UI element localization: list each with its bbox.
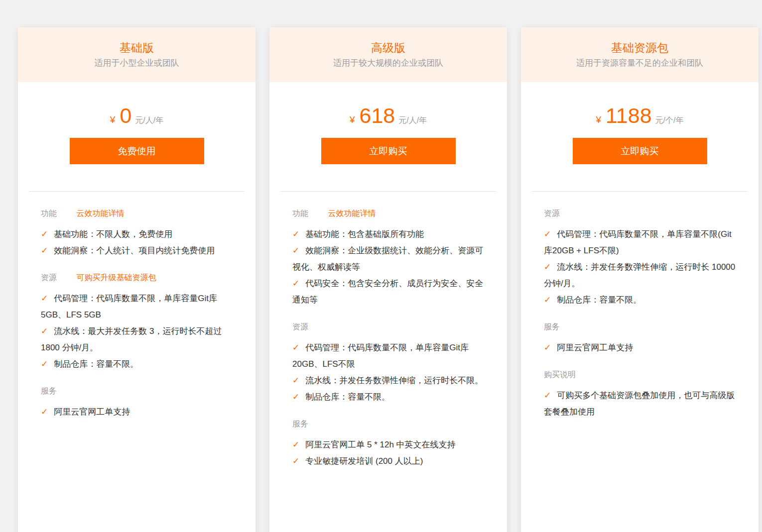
price-value: 1188: [606, 105, 651, 126]
section-head: 功能 云效功能详情: [292, 208, 484, 219]
price-value: 0: [120, 105, 131, 126]
check-icon: ✓: [292, 456, 299, 466]
feature-text: 效能洞察：企业级数据统计、效能分析、资源可视化、权威解读等: [292, 246, 483, 272]
plan-title: 基础资源包: [611, 41, 668, 55]
divider: [280, 191, 496, 192]
feature-text: 流水线：最大并发任务数 3，运行时长不超过 1800 分钟/月。: [41, 326, 222, 352]
cta-button[interactable]: 立即购买: [321, 138, 456, 164]
feature-text: 代码管理：代码库数量不限，单库容量不限(Git库20GB + LFS不限): [544, 229, 732, 255]
feature-list: ✓基础功能：包含基础版所有功能 ✓效能洞察：企业级数据统计、效能分析、资源可视化…: [292, 226, 484, 308]
section-link[interactable]: 云效功能详情: [76, 209, 124, 217]
feature-item: ✓代码管理：代码库数量不限，单库容量Git库20GB、LFS不限: [292, 339, 484, 372]
feature-item: ✓流水线：并发任务数弹性伸缩，运行时长 10000 分钟/月。: [544, 259, 736, 292]
section-label: 功能: [292, 209, 308, 217]
feature-text: 代码管理：代码库数量不限，单库容量Git库5GB、LFS 5GB: [41, 294, 217, 319]
card-header: 高级版 适用于较大规模的企业或团队: [269, 27, 507, 82]
card-sections: 功能 云效功能详情 ✓基础功能：不限人数，免费使用 ✓效能洞察：个人统计、项目内…: [41, 208, 233, 420]
price-unit: 元/人/年: [135, 115, 163, 126]
feature-text: 可购买多个基础资源包叠加使用，也可与高级版套餐叠加使用: [544, 391, 735, 417]
feature-text: 基础功能：不限人数，免费使用: [54, 229, 172, 239]
feature-text: 阿里云官网工单支持: [557, 343, 633, 352]
pricing-cards: 基础版 适用于小型企业或团队 ¥ 0 元/人/年 免费使用 功能 云效功能详情 …: [0, 0, 762, 532]
plan-title: 基础版: [120, 41, 154, 55]
feature-text: 效能洞察：个人统计、项目内统计免费使用: [54, 246, 215, 255]
feature-list: ✓代码管理：代码库数量不限，单库容量Git库20GB、LFS不限 ✓流水线：并发…: [292, 339, 484, 405]
feature-item: ✓效能洞察：企业级数据统计、效能分析、资源可视化、权威解读等: [292, 242, 484, 275]
feature-item: ✓代码管理：代码库数量不限，单库容量Git库5GB、LFS 5GB: [41, 290, 233, 323]
feature-text: 流水线：并发任务数弹性伸缩，运行时长不限。: [305, 376, 483, 385]
section-head: 服务: [544, 321, 736, 332]
pricing-card: 基础资源包 适用于资源容量不足的企业和团队 ¥ 1188 元/个/年 立即购买 …: [521, 27, 759, 532]
price-unit: 元/人/年: [398, 115, 427, 126]
feature-text: 基础功能：包含基础版所有功能: [305, 229, 424, 239]
feature-text: 制品仓库：容量不限。: [305, 392, 390, 402]
section-link[interactable]: 可购买升级基础资源包: [76, 273, 156, 282]
feature-section: 资源 可购买升级基础资源包 ✓代码管理：代码库数量不限，单库容量Git库5GB、…: [41, 272, 233, 372]
section-head: 资源: [544, 208, 736, 219]
check-icon: ✓: [544, 391, 551, 400]
check-icon: ✓: [41, 407, 48, 417]
card-sections: 功能 云效功能详情 ✓基础功能：包含基础版所有功能 ✓效能洞察：企业级数据统计、…: [292, 208, 484, 469]
feature-section: 服务 ✓阿里云官网工单支持: [41, 386, 233, 420]
feature-list: ✓阿里云官网工单 5 * 12h 中英文在线支持 ✓专业敏捷研发培训 (200 …: [292, 436, 484, 469]
feature-text: 制品仓库：容量不限。: [54, 359, 138, 369]
feature-section: 服务 ✓阿里云官网工单 5 * 12h 中英文在线支持 ✓专业敏捷研发培训 (2…: [292, 419, 484, 469]
card-sections: 资源 ✓代码管理：代码库数量不限，单库容量不限(Git库20GB + LFS不限…: [544, 208, 736, 420]
feature-item: ✓制品仓库：容量不限。: [41, 356, 233, 372]
feature-item: ✓阿里云官网工单支持: [544, 339, 736, 356]
check-icon: ✓: [41, 359, 48, 369]
feature-item: ✓可购买多个基础资源包叠加使用，也可与高级版套餐叠加使用: [544, 387, 736, 420]
feature-section: 服务 ✓阿里云官网工单支持: [544, 321, 736, 356]
feature-list: ✓阿里云官网工单支持: [544, 339, 736, 356]
currency-symbol: ¥: [110, 114, 116, 125]
feature-item: ✓制品仓库：容量不限。: [544, 292, 736, 308]
feature-text: 代码管理：代码库数量不限，单库容量Git库20GB、LFS不限: [292, 343, 469, 369]
section-label: 资源: [544, 209, 560, 217]
feature-section: 功能 云效功能详情 ✓基础功能：包含基础版所有功能 ✓效能洞察：企业级数据统计、…: [292, 208, 484, 308]
check-icon: ✓: [292, 229, 299, 239]
plan-subtitle: 适用于小型企业或团队: [95, 57, 179, 69]
check-icon: ✓: [292, 376, 299, 385]
divider: [29, 191, 245, 192]
feature-section: 资源 ✓代码管理：代码库数量不限，单库容量不限(Git库20GB + LFS不限…: [544, 208, 736, 308]
check-icon: ✓: [41, 326, 48, 336]
pricing-card: 高级版 适用于较大规模的企业或团队 ¥ 618 元/人/年 立即购买 功能 云效…: [269, 27, 507, 532]
cta-button[interactable]: 立即购买: [573, 138, 707, 164]
cta-button[interactable]: 免费使用: [70, 138, 204, 164]
check-icon: ✓: [292, 343, 299, 352]
feature-section: 功能 云效功能详情 ✓基础功能：不限人数，免费使用 ✓效能洞察：个人统计、项目内…: [41, 208, 233, 259]
section-label: 资源: [41, 273, 57, 282]
feature-list: ✓代码管理：代码库数量不限，单库容量不限(Git库20GB + LFS不限) ✓…: [544, 226, 736, 308]
price-unit: 元/个/年: [655, 115, 684, 126]
check-icon: ✓: [292, 246, 299, 255]
feature-text: 制品仓库：容量不限。: [557, 295, 641, 305]
feature-item: ✓制品仓库：容量不限。: [292, 389, 484, 405]
divider: [532, 191, 748, 192]
feature-text: 阿里云官网工单 5 * 12h 中英文在线支持: [305, 440, 455, 449]
feature-text: 流水线：并发任务数弹性伸缩，运行时长 10000 分钟/月。: [544, 262, 735, 288]
feature-text: 代码安全：包含安全分析、成员行为安全、安全通知等: [292, 279, 483, 305]
feature-list: ✓可购买多个基础资源包叠加使用，也可与高级版套餐叠加使用: [544, 387, 736, 420]
section-head: 资源 可购买升级基础资源包: [41, 272, 233, 283]
pricing-card: 基础版 适用于小型企业或团队 ¥ 0 元/人/年 免费使用 功能 云效功能详情 …: [18, 27, 255, 532]
check-icon: ✓: [544, 343, 551, 352]
section-label: 服务: [292, 420, 308, 428]
feature-item: ✓流水线：最大并发任务数 3，运行时长不超过 1800 分钟/月。: [41, 323, 233, 356]
feature-item: ✓效能洞察：个人统计、项目内统计免费使用: [41, 242, 233, 259]
check-icon: ✓: [41, 246, 48, 255]
card-body: ¥ 1188 元/个/年 立即购买 资源 ✓代码管理：代码库数量不限，单库容量不…: [521, 105, 759, 420]
feature-item: ✓代码管理：代码库数量不限，单库容量不限(Git库20GB + LFS不限): [544, 226, 736, 259]
section-label: 购买说明: [544, 370, 576, 379]
check-icon: ✓: [544, 262, 551, 272]
feature-section: 购买说明 ✓可购买多个基础资源包叠加使用，也可与高级版套餐叠加使用: [544, 369, 736, 420]
card-body: ¥ 0 元/人/年 免费使用 功能 云效功能详情 ✓基础功能：不限人数，免费使用…: [18, 105, 255, 420]
feature-item: ✓阿里云官网工单支持: [41, 404, 233, 420]
check-icon: ✓: [292, 392, 299, 402]
check-icon: ✓: [544, 295, 551, 305]
section-head: 购买说明: [544, 369, 736, 380]
price-row: ¥ 1188 元/个/年: [544, 105, 736, 126]
card-header: 基础版 适用于小型企业或团队: [18, 27, 255, 82]
plan-subtitle: 适用于资源容量不足的企业和团队: [576, 57, 703, 69]
section-link[interactable]: 云效功能详情: [328, 209, 376, 217]
feature-item: ✓基础功能：包含基础版所有功能: [292, 226, 484, 242]
